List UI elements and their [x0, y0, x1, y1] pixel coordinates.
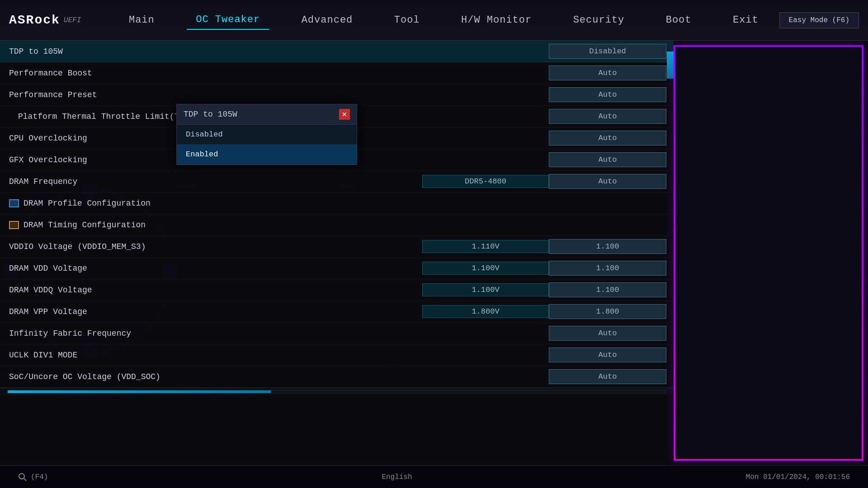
modal-close-button[interactable]: ✕ [339, 109, 350, 120]
modal-option-disabled[interactable]: Disabled [177, 125, 357, 145]
modal-titlebar: TDP to 105W ✕ [177, 104, 357, 125]
modal-option-enabled[interactable]: Enabled [177, 145, 357, 164]
modal-dialog: TDP to 105W ✕ Disabled Enabled [176, 104, 357, 165]
modal-title: TDP to 105W [184, 110, 237, 119]
modal-overlay: TDP to 105W ✕ Disabled Enabled [0, 0, 868, 488]
